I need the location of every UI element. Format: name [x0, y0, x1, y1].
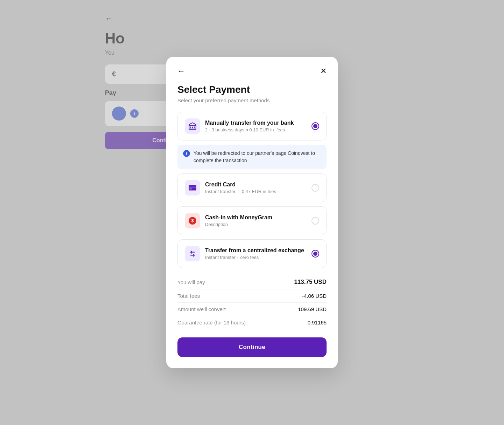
- exchange-option-content: Transfer from a centralized exchange Ins…: [205, 247, 307, 260]
- moneygram-option-title: Cash-in with MoneyGram: [205, 214, 307, 221]
- exchange-option-title: Transfer from a centralized exchange: [205, 247, 307, 254]
- bank-option-content: Manually transfer from your bank 2 - 3 b…: [205, 120, 307, 132]
- info-banner: i You will be redirected to our partner'…: [177, 145, 327, 169]
- payment-option-exchange[interactable]: Transfer from a centralized exchange Ins…: [177, 239, 327, 268]
- exchange-icon: [188, 249, 197, 258]
- info-banner-text: You will be redirected to our partner's …: [194, 150, 321, 164]
- summary-value-rate: 0.91165: [308, 320, 327, 325]
- bank-option-desc: 2 - 3 business days ≈ 0.10 EUR in fees: [205, 127, 307, 132]
- info-icon: i: [183, 150, 190, 157]
- moneygram-icon-container: $: [185, 213, 200, 228]
- svg-rect-3: [189, 188, 192, 189]
- modal-subtitle: Select your preferred payment methods: [177, 97, 327, 103]
- exchange-option-desc: Instant transfer - Zero fees: [205, 255, 307, 260]
- summary-value-fees: -4.06 USD: [302, 293, 327, 299]
- card-option-desc: Instant transfer ≈ 0.47 EUR in fees: [205, 189, 307, 194]
- summary-value-convert: 109.69 USD: [298, 306, 327, 312]
- moneygram-icon: $: [188, 216, 197, 225]
- card-icon: [188, 183, 197, 192]
- svg-rect-2: [189, 187, 196, 188]
- exchange-icon-container: [185, 246, 200, 261]
- summary-label-fees: Total fees: [177, 293, 200, 299]
- summary-row-fees: Total fees -4.06 USD: [177, 289, 327, 303]
- card-icon-container: [185, 180, 200, 196]
- bank-option-title: Manually transfer from your bank: [205, 120, 307, 126]
- summary-row-rate: Guarantee rate (for 13 hours) 0.91165: [177, 316, 327, 329]
- svg-text:$: $: [191, 218, 194, 223]
- modal-close-button[interactable]: ✕: [320, 67, 327, 76]
- modal-header: ← ✕: [177, 67, 327, 76]
- bank-icon: [188, 122, 197, 131]
- continue-button[interactable]: Continue: [177, 337, 327, 357]
- summary-row-convert: Amount we'll convert 109.69 USD: [177, 303, 327, 316]
- modal-back-button[interactable]: ←: [177, 67, 185, 76]
- moneygram-radio[interactable]: [312, 217, 319, 225]
- bank-radio[interactable]: [312, 122, 319, 130]
- modal-overlay: ← ✕ Select Payment Select your preferred…: [0, 0, 504, 425]
- summary-label-rate: Guarantee rate (for 13 hours): [177, 320, 246, 325]
- moneygram-option-desc: Description: [205, 222, 307, 227]
- payment-option-credit-card[interactable]: Credit Card Instant transfer ≈ 0.47 EUR …: [177, 173, 327, 202]
- card-option-content: Credit Card Instant transfer ≈ 0.47 EUR …: [205, 181, 307, 194]
- payment-option-bank[interactable]: Manually transfer from your bank 2 - 3 b…: [177, 112, 327, 140]
- summary-label-convert: Amount we'll convert: [177, 306, 226, 312]
- card-option-title: Credit Card: [205, 181, 307, 188]
- summary-label-pay: You will pay: [177, 279, 205, 285]
- modal-title: Select Payment: [177, 84, 327, 95]
- bank-icon-container: [185, 118, 200, 134]
- summary-row-pay: You will pay 113.75 USD: [177, 275, 327, 289]
- svg-rect-0: [189, 129, 196, 130]
- payment-modal: ← ✕ Select Payment Select your preferred…: [166, 57, 338, 368]
- summary-value-pay: 113.75 USD: [294, 279, 327, 286]
- payment-option-moneygram[interactable]: $ Cash-in with MoneyGram Description: [177, 206, 327, 235]
- exchange-radio[interactable]: [312, 250, 319, 258]
- moneygram-option-content: Cash-in with MoneyGram Description: [205, 214, 307, 227]
- card-radio[interactable]: [312, 184, 319, 192]
- summary-section: You will pay 113.75 USD Total fees -4.06…: [177, 275, 327, 329]
